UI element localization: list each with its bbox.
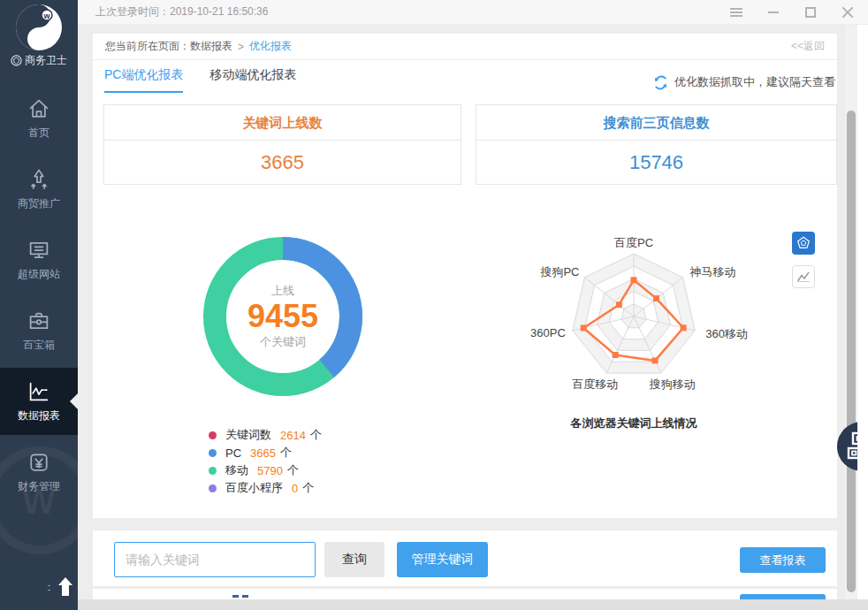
radar-view-toggle[interactable]: [792, 232, 815, 255]
maximize-icon[interactable]: [804, 6, 817, 19]
legend-dot: [209, 449, 217, 457]
legend-row: PC3665个: [209, 444, 322, 461]
breadcrumb-prefix: 您当前所在页面：: [105, 39, 190, 54]
close-icon[interactable]: [841, 6, 854, 19]
legend-label: PC: [225, 446, 241, 460]
query-button[interactable]: 查询: [324, 542, 385, 577]
svg-text:百度PC: 百度PC: [614, 236, 653, 249]
view-report-button[interactable]: 查看报表: [740, 547, 826, 573]
legend-dot: [209, 467, 217, 475]
legend-unit: 个: [310, 427, 322, 443]
legend-row: 百度小程序0个: [209, 479, 322, 497]
app-logo-icon: w: [15, 4, 63, 51]
legend-value: 5790: [257, 464, 283, 477]
stat-card-value: 3665: [104, 141, 461, 184]
scroll-top-button[interactable]: --: [44, 573, 78, 603]
radar-caption: 各浏览器关键词上线情况: [514, 416, 753, 431]
legend-unit: 个: [280, 445, 292, 461]
back-link[interactable]: <<返回: [791, 39, 825, 54]
tab-mobile-report[interactable]: 移动端优化报表: [209, 67, 296, 93]
sidebar: w 商务卫士 首页商贸推广超级网站百宝箱数据报表财务管理 W --: [0, 0, 78, 610]
brand-label: 商务卫士: [25, 53, 67, 68]
svg-text:神马移动: 神马移动: [689, 265, 736, 278]
legend-value: 2614: [280, 429, 306, 442]
up-arrow-icon: [55, 575, 76, 599]
tab-pc-report[interactable]: PC端优化报表: [104, 67, 183, 93]
svg-text:百度移动: 百度移动: [572, 377, 618, 391]
legend-dot: [209, 431, 217, 439]
breadcrumb-separator: >: [238, 41, 244, 53]
menu-icon[interactable]: [730, 6, 742, 19]
promotion-icon: [26, 166, 52, 193]
sidebar-item-label: 数据报表: [0, 408, 78, 423]
stat-card-value: 15746: [476, 141, 836, 184]
sidebar-item-label: 百宝箱: [0, 338, 78, 353]
donut-chart: 上线 9455 个关键词: [199, 233, 367, 400]
window-right-edge: [857, 25, 868, 599]
report-tabs: PC端优化报表 移动端优化报表: [104, 67, 296, 93]
home-icon: [26, 95, 52, 122]
titlebar: 上次登录时间：2019-10-21 16:50:36: [78, 0, 868, 25]
brand: 商务卫士: [0, 53, 78, 68]
legend-dot: [209, 484, 217, 492]
window-bottom-strip: [78, 599, 868, 610]
legend-label: 百度小程序: [225, 480, 283, 496]
window-controls: [730, 6, 868, 19]
keyword-search-input[interactable]: [114, 542, 316, 577]
svg-text:w: w: [42, 11, 50, 20]
sidebar-item-3[interactable]: 超级网站: [0, 226, 78, 294]
legend-row: 关键词数2614个: [209, 426, 322, 444]
legend-value: 3665: [250, 446, 276, 460]
svg-text:360移动: 360移动: [705, 327, 748, 340]
app-window: w 商务卫士 首页商贸推广超级网站百宝箱数据报表财务管理 W -- 上次登录时间…: [0, 0, 868, 610]
stat-card-keywords-online: 关键词上线数 3665: [103, 104, 461, 185]
toolbox-icon: [26, 308, 52, 334]
notice-text: 优化数据抓取中，建议隔天查看: [674, 74, 835, 90]
legend-label: 关键词数: [225, 427, 271, 443]
brand-shield-icon: [11, 55, 22, 66]
svg-text:搜狗移动: 搜狗移动: [649, 377, 696, 391]
next-section-partial: [93, 589, 837, 599]
watermark-letter: W: [0, 482, 78, 522]
sidebar-item-5[interactable]: 数据报表: [0, 368, 78, 435]
sidebar-item-1[interactable]: 首页: [0, 85, 78, 152]
legend-unit: 个: [302, 480, 314, 496]
stat-card-top3-info: 搜索前三页信息数 15746: [476, 104, 837, 185]
radar-pentagon-icon: [795, 234, 812, 252]
minimize-icon[interactable]: [767, 6, 780, 19]
website-icon: [26, 237, 52, 263]
breadcrumb-section: 数据报表: [190, 39, 232, 54]
legend-value: 0: [292, 482, 298, 495]
report-icon: [26, 378, 52, 405]
legend-row: 移动5790个: [209, 461, 322, 479]
legend-label: 移动: [225, 462, 248, 478]
donut-legend: 关键词数2614个PC3665个移动5790个百度小程序0个: [209, 426, 322, 497]
sidebar-item-4[interactable]: 百宝箱: [0, 297, 78, 364]
trend-view-toggle[interactable]: [792, 265, 815, 288]
sidebar-item-label: 商贸推广: [0, 196, 78, 211]
svg-text:360PC: 360PC: [530, 326, 566, 339]
clipped-text-fragment: [232, 593, 263, 599]
line-chart-icon: [795, 268, 812, 286]
manage-keywords-button[interactable]: 管理关键词: [397, 542, 488, 577]
sidebar-item-label: 首页: [0, 126, 78, 141]
stat-card-title: 搜索前三页信息数: [476, 105, 836, 141]
breadcrumb: 您当前所在页面：数据报表 > 优化报表 <<返回: [93, 34, 837, 60]
active-notch: [70, 393, 78, 409]
radar-chart: 百度PC神马移动360移动搜狗移动百度移动360PC搜狗PC: [522, 232, 760, 404]
vertical-scrollbar[interactable]: [845, 25, 857, 599]
legend-unit: 个: [287, 462, 299, 478]
svg-text:搜狗PC: 搜狗PC: [539, 265, 579, 278]
data-fetch-notice: 优化数据抓取中，建议隔天查看: [653, 74, 835, 90]
sidebar-item-2[interactable]: 商贸推广: [0, 156, 78, 223]
refresh-icon: [653, 75, 668, 90]
sidebar-item-label: 超级网站: [0, 267, 78, 282]
scrollbar-thumb[interactable]: [847, 111, 856, 592]
stat-card-title: 关键词上线数: [104, 105, 461, 141]
breadcrumb-current: 优化报表: [249, 39, 292, 54]
last-login-time: 上次登录时间：2019-10-21 16:50:36: [95, 4, 268, 19]
dashes-icon: --: [48, 583, 50, 592]
